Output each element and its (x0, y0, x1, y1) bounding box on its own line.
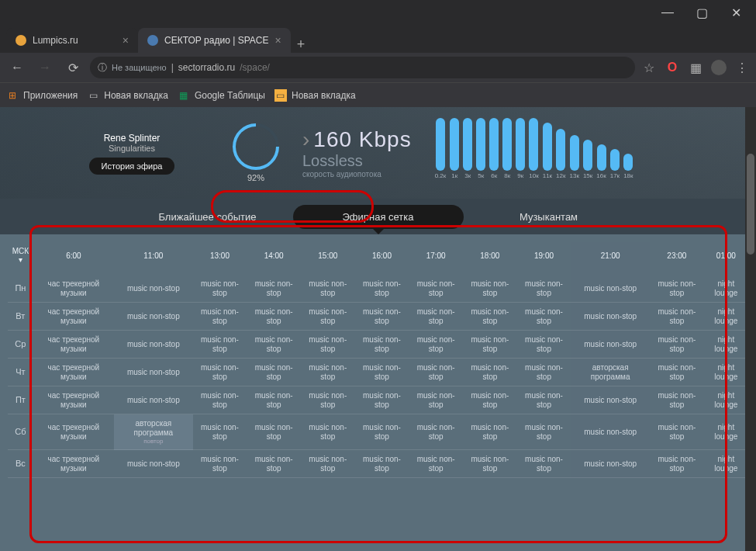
url-input[interactable]: ⓘ Не защищено | sectorradio.ru/space/ (90, 57, 635, 78)
schedule-cell[interactable]: night lounge (704, 303, 748, 331)
tab-musicians[interactable]: Музыкантам (464, 205, 634, 229)
scroll-thumb[interactable] (747, 154, 754, 255)
close-icon[interactable]: × (274, 34, 281, 47)
schedule-cell[interactable]: music non-stop (193, 331, 247, 359)
schedule-cell[interactable]: music non-stop (571, 414, 650, 450)
schedule-cell[interactable]: music non-stop (517, 386, 571, 414)
reload-button[interactable]: ⟳ (62, 57, 84, 78)
schedule-cell[interactable]: music non-stop (409, 386, 463, 414)
menu-icon[interactable]: ⋮ (734, 60, 750, 75)
schedule-cell[interactable]: час трекерной музыки (33, 331, 114, 359)
schedule-cell[interactable]: music non-stop (355, 386, 409, 414)
schedule-cell[interactable]: music non-stop (463, 331, 517, 359)
minimize-button[interactable]: — (651, 1, 685, 24)
schedule-cell[interactable]: music non-stop (355, 414, 409, 450)
schedule-cell[interactable]: music non-stop (517, 450, 571, 478)
schedule-cell[interactable]: music non-stop (301, 331, 355, 359)
schedule-cell[interactable]: music non-stop (409, 331, 463, 359)
schedule-cell[interactable]: music non-stop (114, 303, 193, 331)
schedule-cell[interactable]: music non-stop (114, 331, 193, 359)
tab-upcoming[interactable]: Ближайшее событие (123, 205, 293, 229)
yandex-icon[interactable]: O (665, 60, 680, 75)
schedule-cell[interactable]: music non-stop (301, 359, 355, 386)
schedule-cell[interactable]: music non-stop (409, 359, 463, 386)
schedule-cell[interactable]: night lounge (704, 386, 748, 414)
schedule-cell[interactable]: music non-stop (650, 303, 704, 331)
schedule-cell[interactable]: music non-stop (517, 414, 571, 450)
schedule-cell[interactable]: music non-stop (114, 359, 193, 386)
bookmark-item[interactable]: ▭Новая вкладка (274, 89, 356, 102)
schedule-cell[interactable]: music non-stop (193, 359, 247, 386)
schedule-cell[interactable]: music non-stop (193, 450, 247, 478)
schedule-cell[interactable]: music non-stop (571, 386, 650, 414)
schedule-cell[interactable]: music non-stop (463, 303, 517, 331)
schedule-cell[interactable]: music non-stop (247, 359, 301, 386)
schedule-cell[interactable]: music non-stop (463, 414, 517, 450)
schedule-cell[interactable]: music non-stop (650, 386, 704, 414)
schedule-cell[interactable]: night lounge (704, 331, 748, 359)
schedule-cell[interactable]: music non-stop (517, 359, 571, 386)
new-tab-button[interactable]: + (291, 36, 312, 53)
schedule-cell[interactable]: music non-stop (247, 331, 301, 359)
schedule-cell[interactable]: music non-stop (409, 303, 463, 331)
schedule-cell[interactable]: music non-stop (571, 331, 650, 359)
bookmark-item[interactable]: ▭Новая вкладка (87, 89, 168, 102)
close-button[interactable]: ✕ (719, 1, 753, 24)
schedule-cell[interactable]: music non-stop (571, 450, 650, 478)
schedule-cell[interactable]: music non-stop (463, 359, 517, 386)
scrollbar[interactable] (745, 107, 756, 551)
schedule-cell[interactable]: авторская программа (571, 359, 650, 386)
schedule-cell[interactable]: music non-stop (571, 303, 650, 331)
schedule-cell[interactable]: music non-stop (247, 414, 301, 450)
schedule-cell[interactable]: music non-stop (301, 414, 355, 450)
schedule-cell[interactable]: music non-stop (247, 303, 301, 331)
schedule-cell[interactable]: music non-stop (355, 275, 409, 303)
schedule-cell[interactable]: music non-stop (650, 450, 704, 478)
star-icon[interactable]: ☆ (641, 60, 657, 75)
schedule-cell[interactable]: music non-stop (301, 386, 355, 414)
schedule-cell[interactable]: music non-stop (114, 386, 193, 414)
tab-lumpics[interactable]: Lumpics.ru × (6, 28, 138, 53)
schedule-cell[interactable]: music non-stop (193, 275, 247, 303)
tz-selector[interactable]: МСК ▾ (8, 242, 33, 275)
schedule-cell[interactable]: music non-stop (650, 275, 704, 303)
schedule-cell[interactable]: час трекерной музыки (33, 414, 114, 450)
schedule-cell[interactable]: music non-stop (355, 331, 409, 359)
apps-button[interactable]: ⊞Приложения (6, 89, 78, 102)
schedule-cell[interactable]: music non-stop (355, 303, 409, 331)
close-icon[interactable]: × (123, 34, 129, 47)
schedule-cell[interactable]: music non-stop (409, 414, 463, 450)
schedule-cell[interactable]: night lounge (704, 450, 748, 478)
bookmark-item[interactable]: ▦Google Таблицы (178, 89, 265, 102)
schedule-cell[interactable]: music non-stop (463, 386, 517, 414)
schedule-cell[interactable]: час трекерной музыки (33, 386, 114, 414)
schedule-cell[interactable]: night lounge (704, 359, 748, 386)
schedule-cell[interactable]: music non-stop (114, 275, 193, 303)
schedule-cell[interactable]: music non-stop (463, 450, 517, 478)
schedule-cell[interactable]: night lounge (704, 275, 748, 303)
history-button[interactable]: История эфира (89, 158, 175, 175)
schedule-cell[interactable]: music non-stop (355, 450, 409, 478)
forward-button[interactable]: → (34, 57, 56, 78)
schedule-cell[interactable]: music non-stop (571, 275, 650, 303)
maximize-button[interactable]: ▢ (685, 1, 719, 24)
schedule-cell[interactable]: music non-stop (517, 331, 571, 359)
schedule-cell[interactable]: час трекерной музыки (33, 450, 114, 478)
schedule-cell[interactable]: music non-stop (247, 275, 301, 303)
schedule-cell[interactable]: music non-stop (247, 450, 301, 478)
schedule-cell[interactable]: час трекерной музыки (33, 303, 114, 331)
schedule-cell[interactable]: music non-stop (409, 275, 463, 303)
schedule-cell[interactable]: night lounge (704, 414, 748, 450)
schedule-cell[interactable]: music non-stop (301, 303, 355, 331)
schedule-cell[interactable]: music non-stop (409, 450, 463, 478)
schedule-cell[interactable]: music non-stop (650, 414, 704, 450)
tab-sector-radio[interactable]: СЕКТОР радио | SPACE × (138, 28, 291, 53)
schedule-cell[interactable]: music non-stop (301, 275, 355, 303)
tab-schedule[interactable]: Эфирная сетка (293, 205, 464, 229)
schedule-cell[interactable]: music non-stop (650, 359, 704, 386)
schedule-cell[interactable]: час трекерной музыки (33, 275, 114, 303)
schedule-cell[interactable]: music non-stop (193, 386, 247, 414)
schedule-cell[interactable]: music non-stop (247, 386, 301, 414)
schedule-cell[interactable]: music non-stop (517, 275, 571, 303)
back-button[interactable]: ← (6, 57, 28, 78)
